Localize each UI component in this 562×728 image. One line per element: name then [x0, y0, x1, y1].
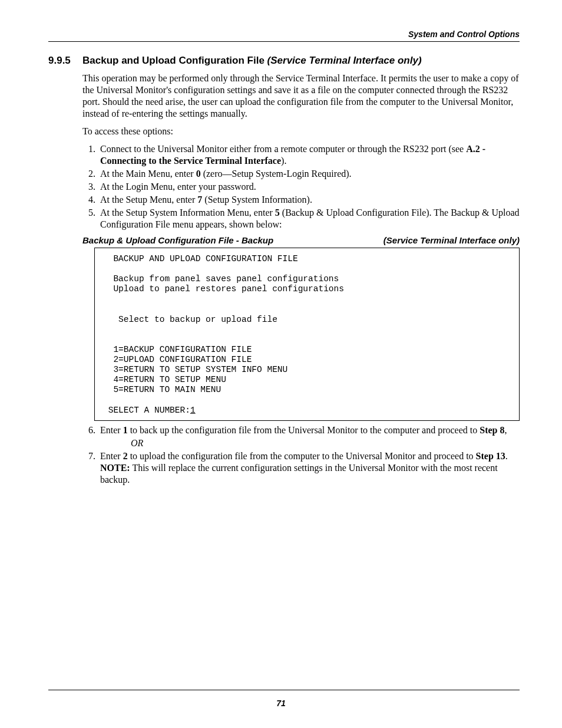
step-6: Enter 1 to back up the configuration fil…	[98, 424, 520, 449]
section-number: 9.9.5	[48, 55, 82, 67]
body-text: This operation may be performed only thr…	[82, 73, 520, 230]
step-3: At the Login Menu, enter your password.	[98, 181, 520, 193]
section-heading: 9.9.5Backup and Upload Configuration Fil…	[48, 55, 520, 67]
step-5: At the Setup System Information Menu, en…	[98, 207, 520, 230]
step-4: At the Setup Menu, enter 7 (Setup System…	[98, 194, 520, 206]
or-separator: OR	[131, 437, 520, 449]
page-number: 71	[0, 699, 562, 708]
terminal-output: BACKUP AND UPLOAD CONFIGURATION FILE Bac…	[94, 248, 520, 421]
body-text-lower: Enter 1 to back up the configuration fil…	[82, 424, 520, 486]
page: System and Control Options 9.9.5Backup a…	[0, 0, 562, 728]
bottom-rule	[48, 690, 520, 690]
terminal-subhead-left: Backup & Upload Configuration File - Bac…	[82, 235, 273, 245]
terminal-subhead: Backup & Upload Configuration File - Bac…	[82, 235, 520, 245]
intro-paragraph: This operation may be performed only thr…	[82, 73, 520, 120]
top-rule	[48, 41, 520, 42]
step-1: Connect to the Universal Monitor either …	[98, 143, 520, 167]
step-2: At the Main Menu, enter 0 (zero—Setup Sy…	[98, 168, 520, 180]
section-title-italic: (Service Terminal Interface only)	[267, 55, 422, 66]
terminal-input-value: 1	[190, 406, 196, 415]
steps-list-6-7: Enter 1 to back up the configuration fil…	[82, 424, 520, 486]
running-head: System and Control Options	[48, 29, 520, 39]
access-paragraph: To access these options:	[82, 126, 520, 137]
terminal-subhead-right: (Service Terminal Interface only)	[384, 235, 520, 245]
step-7: Enter 2 to upload the configuration file…	[98, 450, 520, 486]
section-title-plain: Backup and Upload Configuration File	[82, 55, 267, 66]
steps-list-1-5: Connect to the Universal Monitor either …	[82, 143, 520, 230]
